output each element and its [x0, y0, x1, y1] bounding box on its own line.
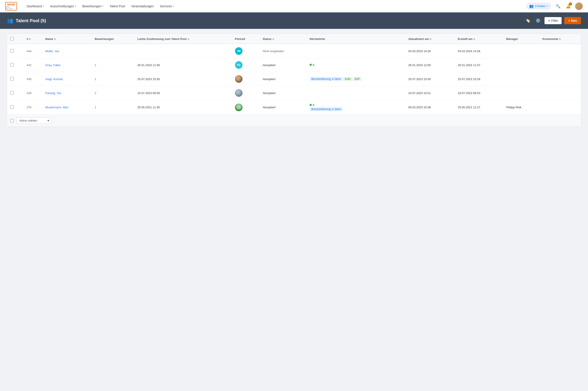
col-[interactable]: #⇅ [23, 34, 42, 44]
status-dot [309, 104, 312, 106]
col-name[interactable]: Name⇅ [42, 34, 92, 44]
notifications-button[interactable]: 🔔 1 [565, 3, 572, 9]
row-bewerbungen-1[interactable]: 1 [92, 58, 134, 72]
row-status-0: Nicht eingeladen [260, 44, 306, 58]
table-row: 426Parsing, Tim210.07.2023 09:59Akzeptie… [7, 86, 581, 100]
logo-bottom: MHM-HR.COM [6, 6, 16, 9]
new-label: + Neu [568, 19, 577, 22]
row-erstellt-3: 10.07.2023 09:53 [455, 86, 503, 100]
row-aktualisiert-1: 26.01.2024 12:00 [405, 58, 455, 72]
logo[interactable]: MHM MHM-HR.COM [5, 2, 17, 10]
filter-button[interactable]: ≡ Filter [545, 17, 562, 24]
row-status-3: Akzeptiert [260, 86, 306, 100]
page-header: 👥 Talent Pool (5) 🏷️ ⚙️ ≡ Filter + Neu [0, 12, 588, 29]
roles-button[interactable]: 👥 9 Rollen ▾ [526, 3, 551, 9]
filter-label: Filter [551, 19, 558, 22]
page-header-left: 👥 Talent Pool (5) [7, 18, 46, 23]
nav-right: 👥 9 Rollen ▾ 🔍 🔔 1 [526, 2, 583, 10]
col-aktualisiert-am[interactable]: Aktualisiert am⇅ [405, 34, 455, 44]
avatar-photo-4 [235, 104, 243, 111]
nav-chevron: ▾ [75, 5, 76, 7]
action-select[interactable]: Aktion wählen Löschen Exportieren [16, 117, 52, 124]
nav-item-services[interactable]: Services▾ [157, 3, 177, 9]
row-portrait-3 [232, 86, 260, 100]
tag[interactable]: Berufserfahrung: 4 Jahre [310, 107, 343, 111]
nav-item-bewerbungen[interactable]: Bewerbungen▾ [80, 3, 106, 9]
sort-icon: ⇅ [473, 38, 475, 40]
nav-chevron: ▾ [43, 5, 44, 7]
row-checkbox-2[interactable] [10, 77, 14, 81]
row-checkbox-3[interactable] [10, 91, 14, 95]
row-erstellt-4: 25.05.2021 11:27 [455, 100, 503, 115]
row-name-2[interactable]: Voigt, Konrad [42, 72, 92, 86]
row-aktualisiert-2: 25.07.2023 15:30 [405, 72, 455, 86]
settings-button[interactable]: ⚙️ [534, 17, 542, 24]
roles-label: 9 Rollen [535, 4, 546, 8]
select-all-checkbox[interactable] [10, 37, 14, 40]
tags-button[interactable]: 🏷️ [524, 17, 532, 24]
nav-label: Services [160, 4, 172, 8]
new-button[interactable]: + Neu [564, 17, 581, 24]
search-button[interactable]: 🔍 [555, 3, 561, 9]
main-content: #⇅Name⇅BewerbungenLetzte Zustimmung zum … [0, 29, 588, 132]
col-status[interactable]: Status⇅ [260, 34, 306, 44]
row-name-4[interactable]: Mustermann, Max [42, 100, 92, 115]
row-bewerbungen-4[interactable]: 1 [92, 100, 134, 115]
row-aktualisiert-4: 09.02.2023 15:38 [405, 100, 455, 115]
nav-item-veranstaltungen[interactable]: Veranstaltungen [128, 3, 156, 9]
row-name-3[interactable]: Parsing, Tim [42, 86, 92, 100]
nav-item-ausschreibungen[interactable]: Ausschreibungen▾ [47, 3, 79, 9]
avatar-1: FG [235, 61, 243, 69]
row-erstellt-1: 26.01.2024 11:57 [455, 58, 503, 72]
user-avatar[interactable] [575, 2, 583, 10]
logo-top: MHM [7, 3, 15, 6]
row-id-3: 426 [23, 86, 42, 100]
row-status-4: Akzeptiert [260, 100, 306, 115]
sort-icon: ⇅ [272, 38, 274, 40]
row-bewerbungen-2[interactable]: 1 [92, 72, 134, 86]
col-letzte-zustimmung-zum-talent-pool[interactable]: Letzte Zustimmung zum Talent Pool⇅ [134, 34, 232, 44]
row-status: Akzeptiert [263, 106, 276, 109]
nav-item-talent-pool[interactable]: Talent Pool [107, 3, 128, 9]
row-zustimmung-2: 25.07.2023 15:30 [134, 72, 232, 86]
row-name-0[interactable]: Müller, Jan [42, 44, 92, 58]
row-checkbox-1[interactable] [10, 63, 14, 67]
tag-2-0[interactable]: Berufserfahrung: 4 Jahre [310, 77, 343, 81]
row-manager-4: Philipp Reik [503, 100, 539, 115]
avatar-photo-3 [235, 89, 243, 97]
col-kommentar[interactable]: Kommentar⇅ [539, 34, 581, 44]
row-kommentar-4 [539, 100, 581, 115]
row-id-4: 375 [23, 100, 42, 115]
col-erstellt-am[interactable]: Erstellt am⇅ [455, 34, 503, 44]
tag-2-2[interactable]: SAP [353, 77, 362, 81]
nav-chevron: ▾ [102, 5, 103, 7]
row-manager-2 [503, 72, 539, 86]
avatar-0: JM [235, 47, 243, 55]
row-manager-0 [503, 44, 539, 58]
row-portrait-1: FG [232, 58, 260, 72]
row-status: Akzeptiert [263, 92, 276, 95]
row-bewerbungen-3[interactable]: 2 [92, 86, 134, 100]
select-all-bottom-checkbox[interactable] [10, 119, 14, 122]
nav-item-dashboard[interactable]: Dashboard▾ [24, 3, 47, 9]
tag-2-1[interactable]: KuKi [343, 77, 352, 81]
nav-links: Dashboard▾Ausschreibungen▾Bewerbungen▾Ta… [24, 3, 526, 9]
row-checkbox-4[interactable] [10, 105, 14, 109]
col-manager: Manager [503, 34, 539, 44]
action-bar: Aktion wählen Löschen Exportieren [7, 114, 581, 126]
row-name-1[interactable]: Grau, Fabio [42, 58, 92, 72]
status-dot [309, 64, 312, 66]
row-checkbox-0[interactable] [10, 49, 14, 53]
row-kommentar-2 [539, 72, 581, 86]
row-status: Nicht eingeladen [263, 49, 284, 53]
sort-icon: ⇅ [430, 38, 431, 40]
sort-icon: ⇅ [29, 38, 31, 40]
nav-label: Veranstaltungen [131, 4, 154, 8]
row-aktualisiert-3: 10.07.2023 10:01 [405, 86, 455, 100]
nav-label: Ausschreibungen [50, 4, 74, 8]
avatar-photo-2 [235, 75, 243, 83]
row-tags-0 [306, 44, 405, 58]
table-row: 444Müller, JanJMNicht eingeladen04.03.20… [7, 44, 581, 58]
row-zustimmung-3: 10.07.2023 09:59 [134, 86, 232, 100]
nav-label: Dashboard [27, 4, 42, 8]
